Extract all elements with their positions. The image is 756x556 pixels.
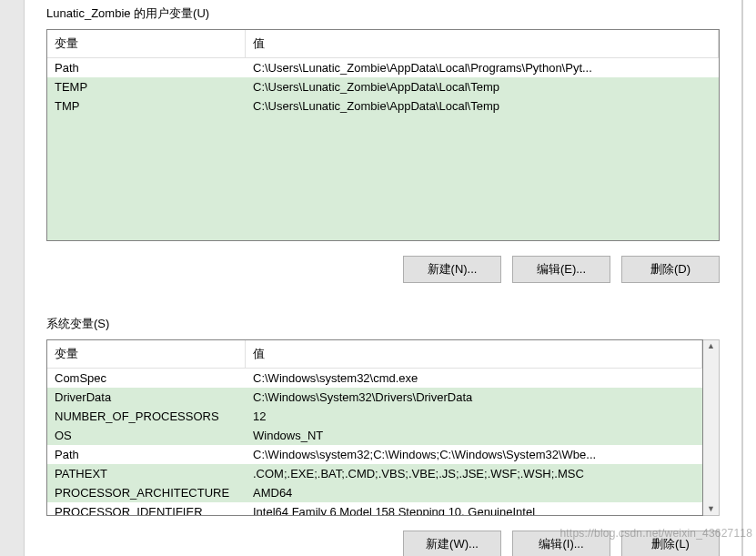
new-system-var-button[interactable]: 新建(W)... bbox=[403, 531, 501, 556]
user-vars-header: 变量 值 bbox=[47, 30, 719, 58]
delete-system-var-button[interactable]: 删除(L) bbox=[621, 531, 720, 556]
cell-value: C:\Users\Lunatic_Zombie\AppData\Local\Te… bbox=[246, 96, 719, 116]
column-header-variable[interactable]: 变量 bbox=[47, 340, 246, 368]
cell-variable: Path bbox=[47, 58, 246, 77]
table-row[interactable]: PROCESSOR_ARCHITECTURE AMD64 bbox=[47, 483, 702, 502]
user-vars-table[interactable]: 变量 值 Path C:\Users\Lunatic_Zombie\AppDat… bbox=[46, 29, 720, 241]
delete-user-var-button[interactable]: 删除(D) bbox=[621, 256, 720, 283]
user-vars-buttons: 新建(N)... 编辑(E)... 删除(D) bbox=[46, 241, 720, 283]
cell-value: 12 bbox=[246, 407, 702, 426]
cell-value: AMD64 bbox=[246, 483, 702, 502]
cell-variable: TEMP bbox=[47, 77, 246, 96]
cell-value: C:\Windows\system32;C:\Windows;C:\Window… bbox=[246, 445, 702, 464]
cell-variable: PROCESSOR_ARCHITECTURE bbox=[47, 483, 246, 502]
table-row[interactable]: PROCESSOR_IDENTIFIER Intel64 Family 6 Mo… bbox=[47, 502, 702, 515]
right-window-edge bbox=[742, 0, 756, 556]
table-row[interactable]: Path C:\Users\Lunatic_Zombie\AppData\Loc… bbox=[47, 58, 719, 77]
system-vars-label: 系统变量(S) bbox=[46, 310, 720, 339]
cell-value: C:\Users\Lunatic_Zombie\AppData\Local\Pr… bbox=[246, 58, 719, 77]
cell-value: C:\Windows\System32\Drivers\DriverData bbox=[246, 388, 702, 407]
table-row[interactable]: NUMBER_OF_PROCESSORS 12 bbox=[47, 407, 702, 426]
column-header-value[interactable]: 值 bbox=[246, 340, 702, 368]
table-row[interactable]: TMP C:\Users\Lunatic_Zombie\AppData\Loca… bbox=[47, 96, 719, 116]
user-vars-label: Lunatic_Zombie 的用户变量(U) bbox=[46, 0, 720, 29]
system-vars-header: 变量 值 bbox=[47, 340, 702, 369]
system-vars-buttons: 新建(W)... 编辑(I)... 删除(L) bbox=[46, 516, 720, 556]
cell-variable: TMP bbox=[47, 96, 246, 116]
table-row[interactable]: ComSpec C:\Windows\system32\cmd.exe bbox=[47, 369, 702, 388]
cell-variable: PROCESSOR_IDENTIFIER bbox=[47, 502, 246, 515]
new-user-var-button[interactable]: 新建(N)... bbox=[403, 256, 501, 283]
column-header-value[interactable]: 值 bbox=[246, 30, 719, 57]
scroll-down-icon[interactable]: ▼ bbox=[707, 505, 715, 513]
table-row[interactable]: PATHEXT .COM;.EXE;.BAT;.CMD;.VBS;.VBE;.J… bbox=[47, 464, 702, 483]
system-vars-scrollbar[interactable]: ▲ ▼ bbox=[703, 339, 720, 516]
env-vars-dialog: Lunatic_Zombie 的用户变量(U) 变量 值 Path C:\Use… bbox=[24, 0, 742, 556]
cell-value: .COM;.EXE;.BAT;.CMD;.VBS;.VBE;.JS;.JSE;.… bbox=[246, 464, 702, 483]
system-vars-body: ComSpec C:\Windows\system32\cmd.exe Driv… bbox=[47, 369, 702, 515]
table-row[interactable]: TEMP C:\Users\Lunatic_Zombie\AppData\Loc… bbox=[47, 77, 719, 96]
table-row[interactable]: OS Windows_NT bbox=[47, 426, 702, 445]
cell-variable: ComSpec bbox=[47, 369, 246, 388]
column-header-variable[interactable]: 变量 bbox=[47, 30, 246, 57]
cell-value: Windows_NT bbox=[246, 426, 702, 445]
cell-variable: DriverData bbox=[47, 388, 246, 407]
system-vars-table[interactable]: 变量 值 ComSpec C:\Windows\system32\cmd.exe… bbox=[46, 339, 720, 516]
cell-variable: Path bbox=[47, 445, 246, 464]
table-empty-space bbox=[47, 116, 719, 212]
cell-value: C:\Users\Lunatic_Zombie\AppData\Local\Te… bbox=[246, 77, 719, 96]
edit-system-var-button[interactable]: 编辑(I)... bbox=[512, 531, 610, 556]
cell-variable: PATHEXT bbox=[47, 464, 246, 483]
table-row[interactable]: Path C:\Windows\system32;C:\Windows;C:\W… bbox=[47, 445, 702, 464]
table-row[interactable]: DriverData C:\Windows\System32\Drivers\D… bbox=[47, 388, 702, 407]
cell-variable: OS bbox=[47, 426, 246, 445]
edit-user-var-button[interactable]: 编辑(E)... bbox=[512, 256, 610, 283]
cell-variable: NUMBER_OF_PROCESSORS bbox=[47, 407, 246, 426]
cell-value: Intel64 Family 6 Model 158 Stepping 10, … bbox=[246, 502, 702, 515]
cell-value: C:\Windows\system32\cmd.exe bbox=[246, 369, 702, 388]
user-vars-body: Path C:\Users\Lunatic_Zombie\AppData\Loc… bbox=[47, 58, 719, 240]
scroll-up-icon[interactable]: ▲ bbox=[707, 342, 715, 350]
